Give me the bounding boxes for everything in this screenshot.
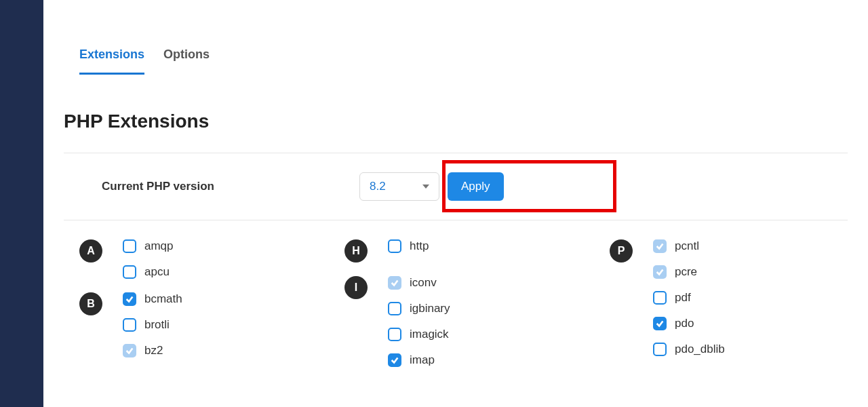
letter-a-badge: A — [79, 239, 102, 263]
ext-igbinary[interactable]: igbinary — [388, 302, 450, 315]
ext-label: brotli — [144, 318, 170, 332]
php-version-value: 8.2 — [370, 180, 386, 193]
checkbox-unchecked-icon — [388, 302, 401, 315]
ext-label: apcu — [144, 265, 170, 279]
tabs: Extensions Options — [64, 47, 848, 75]
checkbox-unchecked-icon — [388, 239, 401, 253]
ext-pcre[interactable]: pcre — [653, 265, 725, 279]
ext-apcu[interactable]: apcu — [123, 265, 174, 279]
ext-label: iconv — [410, 276, 437, 290]
page-title: PHP Extensions — [64, 111, 848, 132]
tab-options[interactable]: Options — [163, 47, 210, 75]
letter-i-badge: I — [344, 276, 368, 299]
checkbox-locked-icon — [653, 265, 667, 279]
ext-imap[interactable]: imap — [388, 353, 450, 367]
column-3: P pcntl pcre pdf — [610, 239, 848, 374]
ext-bz2[interactable]: bz2 — [123, 344, 182, 357]
sidebar — [0, 0, 43, 407]
checkbox-checked-icon — [123, 292, 136, 306]
ext-http[interactable]: http — [388, 239, 429, 253]
ext-label: bz2 — [144, 344, 163, 357]
ext-amqp[interactable]: amqp — [123, 239, 174, 253]
column-1: A amqp apcu B bcmath — [79, 239, 317, 374]
checkbox-checked-icon — [388, 353, 401, 367]
ext-label: pdo — [675, 317, 694, 330]
ext-bcmath[interactable]: bcmath — [123, 292, 182, 306]
php-version-dropdown[interactable]: 8.2 — [359, 172, 439, 201]
letter-h-badge: H — [344, 239, 368, 263]
main-content: Extensions Options PHP Extensions Curren… — [43, 0, 868, 407]
chevron-down-icon — [422, 185, 429, 189]
ext-label: bcmath — [144, 292, 182, 306]
ext-label: pcre — [675, 265, 697, 279]
version-controls: 8.2 Apply — [359, 172, 504, 201]
ext-brotli[interactable]: brotli — [123, 318, 182, 332]
ext-pdf[interactable]: pdf — [653, 291, 725, 305]
letter-b-badge: B — [79, 292, 102, 315]
version-row: Current PHP version 8.2 Apply — [64, 153, 848, 220]
version-label: Current PHP version — [102, 180, 359, 193]
ext-label: amqp — [144, 239, 174, 253]
checkbox-locked-icon — [388, 276, 401, 290]
checkbox-unchecked-icon — [123, 239, 136, 253]
ext-label: imagick — [410, 328, 449, 341]
checkbox-unchecked-icon — [388, 328, 401, 341]
ext-label: pcntl — [675, 239, 699, 253]
ext-pdo[interactable]: pdo — [653, 317, 725, 330]
ext-pcntl[interactable]: pcntl — [653, 239, 725, 253]
checkbox-checked-icon — [653, 317, 667, 330]
ext-label: igbinary — [410, 302, 450, 315]
apply-button[interactable]: Apply — [448, 172, 504, 201]
extensions-columns: A amqp apcu B bcmath — [64, 220, 848, 374]
letter-p-badge: P — [610, 239, 633, 263]
checkbox-locked-icon — [123, 344, 136, 357]
checkbox-unchecked-icon — [123, 265, 136, 279]
checkbox-unchecked-icon — [653, 291, 667, 305]
checkbox-locked-icon — [653, 239, 667, 253]
ext-imagick[interactable]: imagick — [388, 328, 450, 341]
ext-label: http — [410, 239, 429, 253]
checkbox-unchecked-icon — [123, 318, 136, 332]
ext-label: imap — [410, 353, 435, 367]
ext-label: pdo_dblib — [675, 343, 725, 356]
ext-iconv[interactable]: iconv — [388, 276, 450, 290]
column-2: H http I iconv igbin — [344, 239, 583, 374]
ext-label: pdf — [675, 291, 691, 305]
tab-extensions[interactable]: Extensions — [79, 47, 144, 75]
checkbox-unchecked-icon — [653, 343, 667, 356]
ext-pdo-dblib[interactable]: pdo_dblib — [653, 343, 725, 356]
